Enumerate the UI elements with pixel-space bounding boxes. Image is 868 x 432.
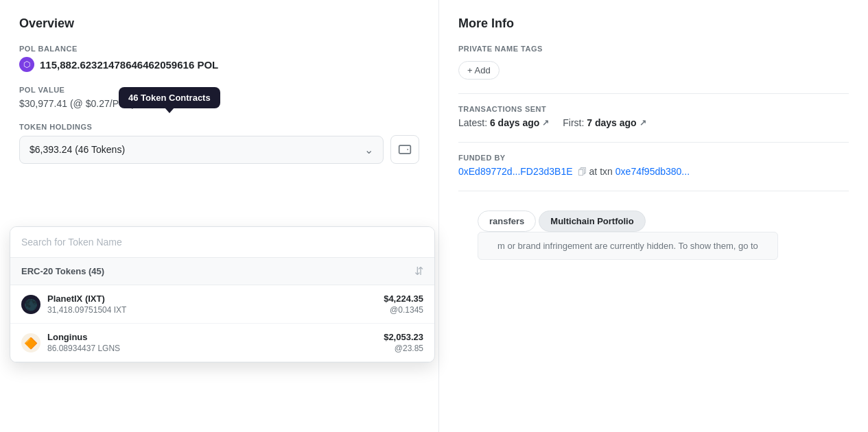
pol-balance-label: POL BALANCE bbox=[19, 45, 419, 53]
token-rate-planetix: @0.1345 bbox=[384, 305, 423, 315]
tx-latest: Latest: 6 days ago ↗ bbox=[458, 117, 549, 128]
overview-section: Overview bbox=[19, 16, 419, 31]
tab-transfers-label: ransfers bbox=[489, 216, 524, 226]
token-holdings-dropdown[interactable]: $6,393.24 (46 Tokens) ⌄ bbox=[19, 136, 384, 164]
latest-link[interactable]: 6 days ago ↗ bbox=[490, 117, 549, 128]
token-holdings-label: TOKEN HOLDINGS bbox=[19, 123, 419, 131]
add-tag-button[interactable]: + Add bbox=[458, 61, 500, 80]
token-usd-planetix: $4,224.35 bbox=[384, 293, 423, 304]
erc20-label: ERC-20 Tokens (45) bbox=[21, 266, 104, 276]
tx-sent-row: Latest: 6 days ago ↗ First: 7 days ago ↗ bbox=[458, 117, 849, 128]
funded-txn-link[interactable]: 0xe74f95db380... bbox=[615, 166, 690, 177]
divider-2 bbox=[458, 142, 849, 143]
first-value: 7 days ago bbox=[587, 117, 636, 128]
token-item[interactable]: 🔶 Longinus 86.08934437 LGNS $2,053.23 @2… bbox=[10, 324, 434, 362]
token-holdings-display: $6,393.24 (46 Tokens) bbox=[30, 144, 125, 155]
token-info-longinus: Longinus 86.08934437 LGNS bbox=[47, 332, 384, 353]
funded-address-link[interactable]: 0xEd89772d...FD23d3B1E bbox=[458, 166, 573, 177]
first-label: First: bbox=[563, 117, 584, 128]
token-item[interactable]: 🌑 PlanetIX (IXT) 31,418.09751504 IXT $4,… bbox=[10, 285, 434, 324]
divider-3 bbox=[458, 191, 849, 191]
token-search-input[interactable] bbox=[10, 227, 434, 258]
erc20-section-header: ERC-20 Tokens (45) ⇵ bbox=[10, 258, 434, 285]
private-name-tags-label: PRIVATE NAME TAGS bbox=[458, 45, 849, 53]
hidden-message: m or brand infringement are currently hi… bbox=[478, 232, 778, 260]
tab-multichain-label: Multichain Portfolio bbox=[550, 216, 633, 226]
hidden-msg-container: m or brand infringement are currently hi… bbox=[458, 240, 849, 251]
chevron-down-icon: ⌄ bbox=[364, 143, 373, 156]
tabs-row: ransfers Multichain Portfolio bbox=[458, 202, 849, 232]
wallet-button[interactable] bbox=[390, 135, 419, 164]
pol-balance-section: POL BALANCE 115,882.62321478646462059616… bbox=[19, 45, 419, 72]
latest-value: 6 days ago bbox=[490, 117, 539, 128]
token-rate-longinus: @23.85 bbox=[384, 344, 423, 353]
tx-first: First: 7 days ago ↗ bbox=[563, 117, 646, 128]
funded-by-label: FUNDED BY bbox=[458, 154, 849, 162]
latest-label: Latest: bbox=[458, 117, 487, 128]
funded-at-label: at txn bbox=[589, 166, 613, 177]
copy-icon[interactable]: 🗍 bbox=[578, 167, 587, 177]
svg-rect-0 bbox=[399, 145, 411, 154]
funded-by-section: FUNDED BY 0xEd89772d...FD23d3B1E 🗍 at tx… bbox=[458, 154, 849, 177]
token-icon-longinus: 🔶 bbox=[21, 333, 40, 352]
token-name-planetix: PlanetIX (IXT) bbox=[47, 293, 384, 304]
overview-title: Overview bbox=[19, 16, 419, 31]
transactions-sent-label: TRANSACTIONS SENT bbox=[458, 105, 849, 113]
add-tag-label: + Add bbox=[467, 65, 491, 75]
right-panel: More Info PRIVATE NAME TAGS + Add TRANSA… bbox=[439, 0, 868, 432]
token-usd-longinus: $2,053.23 bbox=[384, 332, 423, 342]
token-amount-planetix: 31,418.09751504 IXT bbox=[47, 305, 384, 315]
transactions-sent-section: TRANSACTIONS SENT Latest: 6 days ago ↗ F… bbox=[458, 105, 849, 128]
left-panel: Overview POL BALANCE 115,882.62321478646… bbox=[0, 0, 439, 432]
tab-multichain[interactable]: Multichain Portfolio bbox=[539, 211, 645, 232]
token-value-planetix: $4,224.35 @0.1345 bbox=[384, 293, 423, 315]
token-value-longinus: $2,053.23 @23.85 bbox=[384, 332, 423, 353]
token-icon-planetix: 🌑 bbox=[21, 295, 40, 314]
token-holdings-row: $6,393.24 (46 Tokens) ⌄ bbox=[19, 135, 419, 164]
token-name-longinus: Longinus bbox=[47, 332, 384, 342]
token-holdings-section: TOKEN HOLDINGS 46 Token Contracts $6,393… bbox=[19, 123, 419, 164]
token-contracts-tooltip: 46 Token Contracts bbox=[119, 87, 220, 108]
sort-icon[interactable]: ⇵ bbox=[414, 265, 423, 278]
tab-transfers[interactable]: ransfers bbox=[478, 211, 536, 232]
more-info-title: More Info bbox=[458, 16, 849, 31]
token-search-dropdown: ERC-20 Tokens (45) ⇵ 🌑 PlanetIX (IXT) 31… bbox=[10, 226, 435, 363]
external-link-icon: ↗ bbox=[542, 118, 549, 128]
token-amount-longinus: 86.08934437 LGNS bbox=[47, 344, 384, 353]
private-name-tags-section: PRIVATE NAME TAGS + Add bbox=[458, 45, 849, 80]
token-info-planetix: PlanetIX (IXT) 31,418.09751504 IXT bbox=[47, 293, 384, 315]
divider bbox=[458, 93, 849, 94]
pol-balance-value: 115,882.62321478646462059616 POL bbox=[40, 59, 218, 71]
external-link-icon-2: ↗ bbox=[640, 118, 646, 128]
pol-icon bbox=[19, 57, 34, 72]
first-link[interactable]: 7 days ago ↗ bbox=[587, 117, 646, 128]
